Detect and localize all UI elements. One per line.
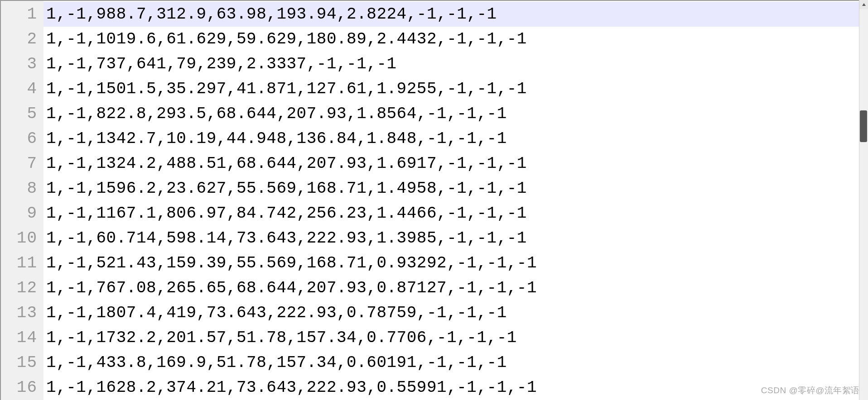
code-line[interactable]: 1,-1,1807.4,419,73.643,222.93,0.78759,-1… (43, 300, 868, 325)
code-line[interactable]: 1,-1,521.43,159.39,55.569,168.71,0.93292… (43, 251, 868, 276)
line-number: 14 (1, 325, 43, 350)
line-number: 4 (1, 76, 43, 101)
scrollbar-thumb[interactable] (860, 110, 867, 142)
line-number: 13 (1, 300, 43, 325)
code-line[interactable]: 1,-1,433.8,169.9,51.78,157.34,0.60191,-1… (43, 350, 868, 375)
line-number-gutter: 12345678910111213141516 (1, 1, 43, 400)
code-line[interactable]: 1,-1,767.08,265.65,68.644,207.93,0.87127… (43, 276, 868, 300)
line-number: 11 (1, 251, 43, 276)
code-line[interactable]: 1,-1,1596.2,23.627,55.569,168.71,1.4958,… (43, 176, 868, 201)
scrollbar-up-arrow-icon[interactable] (859, 0, 868, 9)
watermark-text: CSDN @零碎@流年絮语 (761, 385, 860, 396)
code-line[interactable]: 1,-1,1167.1,806.97,84.742,256.23,1.4466,… (43, 201, 868, 226)
line-number: 2 (1, 27, 43, 52)
line-number: 3 (1, 52, 43, 76)
code-line[interactable]: 1,-1,1732.2,201.57,51.78,157.34,0.7706,-… (43, 325, 868, 350)
line-number: 1 (1, 2, 43, 27)
line-number: 16 (1, 375, 43, 400)
line-number: 10 (1, 226, 43, 251)
code-line[interactable]: 1,-1,822.8,293.5,68.644,207.93,1.8564,-1… (43, 101, 868, 126)
code-line[interactable]: 1,-1,1342.7,10.19,44.948,136.84,1.848,-1… (43, 126, 868, 151)
code-line[interactable]: 1,-1,1324.2,488.51,68.644,207.93,1.6917,… (43, 151, 868, 176)
line-number: 8 (1, 176, 43, 201)
code-line[interactable]: 1,-1,988.7,312.9,63.98,193.94,2.8224,-1,… (43, 2, 868, 27)
line-number: 15 (1, 350, 43, 375)
line-number: 5 (1, 101, 43, 126)
code-line[interactable]: 1,-1,60.714,598.14,73.643,222.93,1.3985,… (43, 226, 868, 251)
line-number: 12 (1, 276, 43, 300)
code-line[interactable]: 1,-1,737,641,79,239,2.3337,-1,-1,-1 (43, 52, 868, 76)
code-line[interactable]: 1,-1,1019.6,61.629,59.629,180.89,2.4432,… (43, 27, 868, 52)
editor-container: 12345678910111213141516 1,-1,988.7,312.9… (0, 0, 868, 400)
code-area[interactable]: 1,-1,988.7,312.9,63.98,193.94,2.8224,-1,… (43, 1, 868, 400)
code-line[interactable]: 1,-1,1501.5,35.297,41.871,127.61,1.9255,… (43, 76, 868, 101)
code-line[interactable]: 1,-1,1628.2,374.21,73.643,222.93,0.55991… (43, 375, 868, 400)
line-number: 7 (1, 151, 43, 176)
line-number: 6 (1, 126, 43, 151)
vertical-scrollbar[interactable] (859, 0, 868, 400)
line-number: 9 (1, 201, 43, 226)
